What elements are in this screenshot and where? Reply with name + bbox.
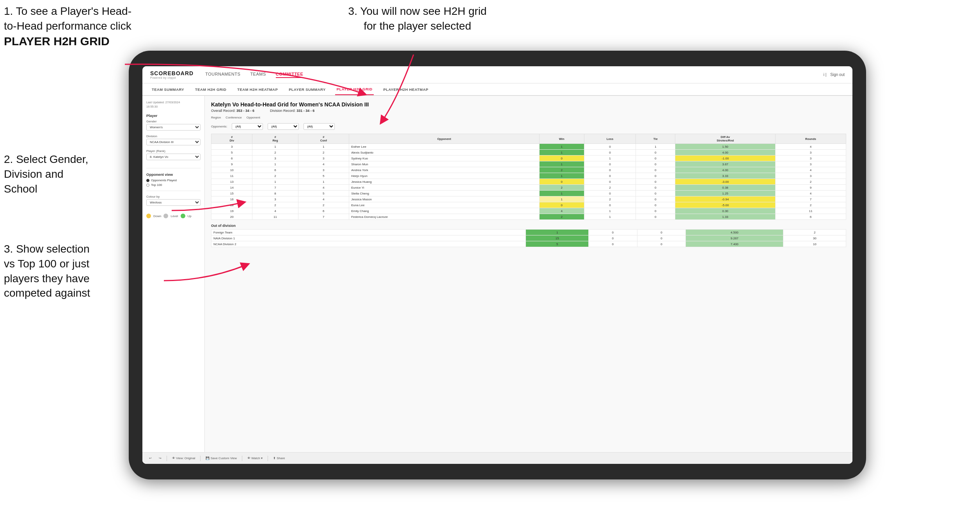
view-original-btn[interactable]: 👁 View: Original <box>170 456 197 461</box>
main-data-table: #Div #Reg #Conf Opponent Win Loss Tie Di… <box>211 134 846 220</box>
out-of-division-header: Out of division <box>211 224 846 228</box>
nav-items: TOURNAMENTS TEAMS COMMITTEE <box>205 72 824 78</box>
ood-table-row: NAIA Division 1 15 0 0 9.267 30 <box>211 235 846 241</box>
opponents-filter-label: Opponents: <box>211 125 227 128</box>
filter-selects-row: Opponents: (All) (All) (All) <box>211 123 846 130</box>
legend-level-label: Level <box>170 214 178 218</box>
header-right: i | Sign out <box>824 73 845 77</box>
app-header: SCOREBOARD Powered by clippd TOURNAMENTS… <box>142 66 852 83</box>
table-row: 9 1 4 Sharon Mun 1 0 0 3.67 3 <box>211 161 846 167</box>
sign-out-link[interactable]: Sign out <box>830 73 845 77</box>
subnav-player-h2h-heatmap[interactable]: PLAYER H2H HEATMAP <box>382 83 430 95</box>
colour-by-select[interactable]: Win/loss <box>146 199 201 206</box>
ood-table-row: NCAA Division 2 5 0 0 7.400 10 <box>211 241 846 247</box>
player-select[interactable]: 8. Katelyn Vo <box>146 154 201 160</box>
division-record: Division Record: 331 - 34 - 6 <box>270 109 314 113</box>
col-tie: Tie <box>636 134 675 144</box>
instruction-bot-left: 3. Show selection vs Top 100 or just pla… <box>4 242 133 301</box>
radio-top-100[interactable]: Top 100 <box>146 183 201 187</box>
subnav-team-summary[interactable]: TEAM SUMMARY <box>150 83 186 95</box>
opponent-view-title: Opponent view <box>146 172 201 177</box>
last-updated: Last Updated: 27/03/2024 16:55:30 <box>146 101 201 109</box>
table-row: 6 3 3 Sydney Kuo 0 1 0 -1.00 3 <box>211 156 846 161</box>
table-row: 14 7 4 Eunice Yi 2 2 0 0.38 9 <box>211 185 846 191</box>
col-reg: #Reg <box>252 134 298 144</box>
main-table-body: 3 1 1 Esther Lee 1 0 1 1.50 4 5 2 2 Alex… <box>211 144 846 220</box>
legend: Down Level Up <box>146 214 201 218</box>
subnav-team-h2h-grid[interactable]: TEAM H2H GRID <box>194 83 228 95</box>
main-content: Last Updated: 27/03/2024 16:55:30 Player… <box>142 96 852 464</box>
gender-label: Gender <box>146 120 201 123</box>
tablet-screen: SCOREBOARD Powered by clippd TOURNAMENTS… <box>142 66 852 464</box>
table-row: 19 4 6 Emily Chang 4 1 0 0.30 11 <box>211 208 846 214</box>
grid-records: Overall Record: 353 - 34 - 6 Division Re… <box>211 109 846 113</box>
legend-up-dot <box>181 214 185 218</box>
table-row: 20 11 7 Federica Domecq Lacroze 2 1 0 1.… <box>211 214 846 220</box>
left-panel: Last Updated: 27/03/2024 16:55:30 Player… <box>142 96 205 464</box>
separator-4 <box>268 456 268 461</box>
instruction-top-left: 1. To see a Player's Head- to-Head perfo… <box>4 4 133 49</box>
legend-down-label: Down <box>153 214 161 218</box>
overall-record: Overall Record: 353 - 34 - 6 <box>211 109 254 113</box>
subnav-player-h2h-grid[interactable]: PLAYER H2H GRID <box>335 83 374 95</box>
watch-btn[interactable]: 👁 Watch ▾ <box>245 456 265 461</box>
col-conf: #Conf <box>298 134 349 144</box>
col-win: Win <box>539 134 584 144</box>
undo-btn[interactable]: ↩ <box>147 456 154 461</box>
conference-filter-select[interactable]: (All) <box>268 123 299 130</box>
out-of-division-table: Foreign Team 1 0 0 4.500 2 NAIA Division… <box>211 229 846 247</box>
share-btn[interactable]: ⬆ Share <box>271 456 287 461</box>
table-row: 5 2 2 Alexis Sudjianto 1 0 0 4.00 3 <box>211 150 846 156</box>
opponent-view-radio: Opponents Played Top 100 <box>146 179 201 187</box>
filter-opponent: Opponent <box>247 116 260 119</box>
table-row: 11 2 5 Heejo Hyun 1 0 0 3.33 3 <box>211 173 846 179</box>
table-header-row: #Div #Reg #Conf Opponent Win Loss Tie Di… <box>211 134 846 144</box>
division-label: Division <box>146 134 201 138</box>
subnav-team-h2h-heatmap[interactable]: TEAM H2H HEATMAP <box>236 83 279 95</box>
subnav-player-summary[interactable]: PLAYER SUMMARY <box>287 83 327 95</box>
legend-level-dot <box>163 214 168 218</box>
table-row: 15 8 5 Stella Cheng 1 0 0 1.25 4 <box>211 191 846 196</box>
gender-select[interactable]: Women's Men's <box>146 124 201 131</box>
filter-row: Region Conference Opponent <box>211 116 846 119</box>
tablet: SCOREBOARD Powered by clippd TOURNAMENTS… <box>129 51 866 479</box>
opponents-filter-select[interactable]: (All) <box>232 123 263 130</box>
grid-title: Katelyn Vo Head-to-Head Grid for Women's… <box>211 101 846 108</box>
nav-committee[interactable]: COMMITTEE <box>276 72 304 78</box>
table-row: 10 6 3 Andrea York 2 0 0 4.00 4 <box>211 167 846 173</box>
nav-teams[interactable]: TEAMS <box>250 72 266 78</box>
filter-conference: Conference <box>225 116 241 119</box>
col-div: #Div <box>211 134 252 144</box>
ood-table-row: Foreign Team 1 0 0 4.500 2 <box>211 230 846 235</box>
legend-up-label: Up <box>188 214 192 218</box>
opponent-filter-select[interactable]: (All) <box>304 123 335 130</box>
bottom-toolbar: ↩ ↪ 👁 View: Original 💾 Save Custom View … <box>142 452 852 464</box>
filter-region: Region <box>211 116 221 119</box>
col-loss: Loss <box>584 134 636 144</box>
player-rank-label: Player (Rank) <box>146 149 201 153</box>
division-select[interactable]: NCAA Division III NCAA Division I NCAA D… <box>146 139 201 145</box>
colour-by-label: Colour by <box>146 195 201 198</box>
sub-nav: TEAM SUMMARY TEAM H2H GRID TEAM H2H HEAT… <box>142 83 852 96</box>
right-content: Katelyn Vo Head-to-Head Grid for Women's… <box>205 96 852 464</box>
table-row: 3 1 1 Esther Lee 1 0 1 1.50 4 <box>211 144 846 150</box>
ood-table-body: Foreign Team 1 0 0 4.500 2 NAIA Division… <box>211 230 846 247</box>
separator-2 <box>200 456 201 461</box>
radio-opponents-played[interactable]: Opponents Played <box>146 179 201 182</box>
table-row: 13 1 1 Jessica Huang 0 0 0 -3.00 2 <box>211 179 846 185</box>
table-row: 16 3 4 Jessica Mason 1 2 0 -0.94 7 <box>211 196 846 202</box>
save-custom-btn[interactable]: 💾 Save Custom View <box>204 456 239 461</box>
player-section-title: Player <box>146 113 201 118</box>
instruction-top-right: 3. You will now see H2H gridfor the play… <box>320 4 515 34</box>
redo-btn[interactable]: ↪ <box>157 456 163 461</box>
scoreboard-logo: SCOREBOARD Powered by clippd <box>150 70 194 79</box>
separator-3 <box>242 456 242 461</box>
colour-section: Colour by Win/loss <box>146 195 201 210</box>
instruction-mid-left: 2. Select Gender, Division and School <box>4 152 133 196</box>
separator-1 <box>167 456 167 461</box>
legend-down-dot <box>146 214 151 218</box>
nav-tournaments[interactable]: TOURNAMENTS <box>205 72 240 78</box>
col-diff: Diff AvStrokes/Rnd <box>675 134 776 144</box>
table-row: 18 2 2 Euna Lee 0 0 0 -5.00 2 <box>211 202 846 208</box>
col-opponent: Opponent <box>349 134 540 144</box>
